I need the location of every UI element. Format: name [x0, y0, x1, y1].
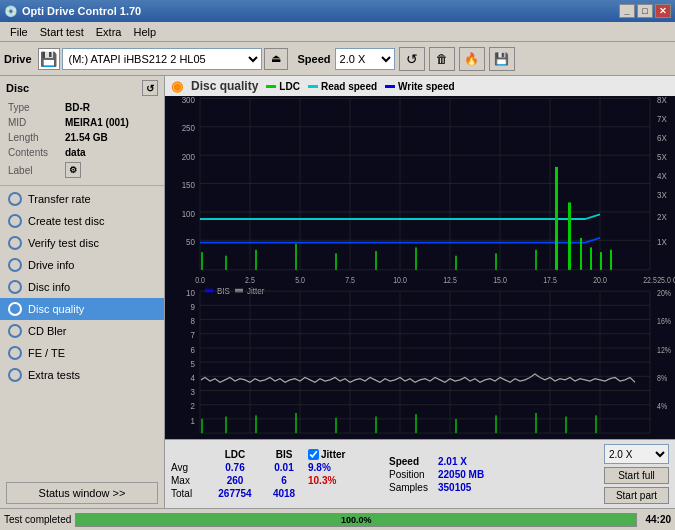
svg-text:4X: 4X: [657, 170, 667, 181]
menu-start-test[interactable]: Start test: [34, 25, 90, 39]
legend-dot-ldc: [266, 85, 276, 88]
svg-rect-51: [495, 253, 497, 270]
svg-text:0.0: 0.0: [195, 275, 205, 285]
nav-icon-create-test-disc: [8, 214, 22, 228]
nav-item-create-test-disc[interactable]: Create test disc: [0, 210, 164, 232]
progress-bar: 100.0%: [75, 513, 637, 527]
avg-ldc: 0.76: [210, 462, 260, 473]
nav-item-disc-quality[interactable]: Disc quality: [0, 298, 164, 320]
max-bis: 6: [264, 475, 304, 486]
legend-label-write-speed: Write speed: [398, 81, 455, 92]
chart-icon: ◉: [171, 78, 183, 94]
svg-text:17.5: 17.5: [543, 275, 557, 285]
drive-select[interactable]: (M:) ATAPI iHBS212 2 HL05: [62, 48, 262, 70]
svg-text:7.5: 7.5: [345, 275, 355, 285]
svg-text:250: 250: [182, 123, 195, 134]
svg-text:10: 10: [186, 287, 195, 298]
label-label: Label: [8, 161, 63, 179]
legend-write-speed: Write speed: [385, 81, 455, 92]
svg-rect-48: [375, 251, 377, 270]
svg-text:2X: 2X: [657, 212, 667, 223]
avg-row: Avg 0.76 0.01 9.8%: [171, 462, 371, 473]
svg-rect-47: [335, 253, 337, 270]
max-label: Max: [171, 475, 206, 486]
svg-rect-107: [455, 419, 457, 433]
total-bis: 4018: [264, 488, 304, 499]
nav-item-cd-bler[interactable]: CD Bler: [0, 320, 164, 342]
status-bar: Test completed 100.0% 44:20: [0, 508, 675, 530]
nav-item-transfer-rate[interactable]: Transfer rate: [0, 188, 164, 210]
toolbar: Drive 💾 (M:) ATAPI iHBS212 2 HL05 ⏏ Spee…: [0, 42, 675, 76]
max-row: Max 260 6 10.3%: [171, 475, 371, 486]
status-window-button[interactable]: Status window >>: [6, 482, 158, 504]
svg-text:1X: 1X: [657, 236, 667, 247]
minimize-button[interactable]: _: [619, 4, 635, 18]
svg-text:50: 50: [186, 236, 195, 247]
nav-label-fe-te: FE / TE: [28, 347, 65, 359]
legend-label-ldc: LDC: [279, 81, 300, 92]
svg-rect-45: [255, 250, 257, 270]
speed-select-action[interactable]: 2.0 X: [604, 444, 669, 464]
svg-text:6: 6: [191, 344, 196, 355]
total-row: Total 267754 4018: [171, 488, 371, 499]
svg-text:8X: 8X: [657, 96, 667, 105]
nav-item-verify-test-disc[interactable]: Verify test disc: [0, 232, 164, 254]
svg-rect-54: [568, 202, 571, 269]
burn-button[interactable]: 🔥: [459, 47, 485, 71]
svg-rect-62: [235, 289, 243, 293]
svg-rect-101: [225, 417, 227, 434]
svg-text:150: 150: [182, 180, 195, 191]
stat-header-ldc: LDC: [210, 449, 260, 460]
nav-item-disc-info[interactable]: Disc info: [0, 276, 164, 298]
nav-label-transfer-rate: Transfer rate: [28, 193, 91, 205]
status-time: 44:20: [645, 514, 671, 525]
svg-text:5: 5: [191, 358, 196, 369]
svg-text:2: 2: [191, 401, 196, 412]
nav-item-drive-info[interactable]: Drive info: [0, 254, 164, 276]
menu-extra[interactable]: Extra: [90, 25, 128, 39]
app-title: Opti Drive Control 1.70: [22, 5, 619, 17]
speed-select[interactable]: 2.0 X 4.0 X 8.0 X: [335, 48, 395, 70]
svg-rect-50: [455, 256, 457, 270]
svg-text:9: 9: [191, 301, 196, 312]
samples-row: Samples 350105: [389, 482, 484, 493]
nav-item-fe-te[interactable]: FE / TE: [0, 342, 164, 364]
svg-text:12.5: 12.5: [443, 275, 457, 285]
position-value: 22050 MB: [438, 469, 484, 480]
close-button[interactable]: ✕: [655, 4, 671, 18]
type-label: Type: [8, 101, 63, 114]
svg-rect-103: [295, 413, 297, 433]
nav-item-extra-tests[interactable]: Extra tests: [0, 364, 164, 386]
menu-help[interactable]: Help: [127, 25, 162, 39]
disc-refresh-button[interactable]: ↺: [142, 80, 158, 96]
eject-button[interactable]: ⏏: [264, 48, 288, 70]
svg-text:5.0: 5.0: [295, 275, 305, 285]
svg-text:20.0: 20.0: [593, 275, 607, 285]
legend-read-speed: Read speed: [308, 81, 377, 92]
start-part-button[interactable]: Start part: [604, 487, 669, 504]
stat-header-speed: Speed: [389, 456, 434, 467]
stats-headers-row: LDC BIS Jitter: [171, 449, 371, 460]
save-button[interactable]: 💾: [489, 47, 515, 71]
svg-text:12%: 12%: [657, 345, 671, 355]
refresh-button[interactable]: ↺: [399, 47, 425, 71]
nav-icon-drive-info: [8, 258, 22, 272]
nav-label-extra-tests: Extra tests: [28, 369, 80, 381]
position-row: Position 22050 MB: [389, 469, 484, 480]
disc-info-panel: Disc ↺ Type BD-R MID MEIRA1 (001) Length…: [0, 76, 164, 186]
jitter-checkbox[interactable]: [308, 449, 319, 460]
legend-ldc: LDC: [266, 81, 300, 92]
maximize-button[interactable]: □: [637, 4, 653, 18]
title-bar: 💿 Opti Drive Control 1.70 _ □ ✕: [0, 0, 675, 22]
erase-button[interactable]: 🗑: [429, 47, 455, 71]
label-icon-button[interactable]: ⚙: [65, 162, 81, 178]
total-label: Total: [171, 488, 206, 499]
svg-text:16%: 16%: [657, 317, 671, 327]
svg-rect-53: [555, 167, 558, 270]
svg-rect-46: [295, 244, 297, 270]
menu-file[interactable]: File: [4, 25, 34, 39]
max-ldc: 260: [210, 475, 260, 486]
legend-dot-write-speed: [385, 85, 395, 88]
sidebar: Disc ↺ Type BD-R MID MEIRA1 (001) Length…: [0, 76, 165, 508]
start-full-button[interactable]: Start full: [604, 467, 669, 484]
